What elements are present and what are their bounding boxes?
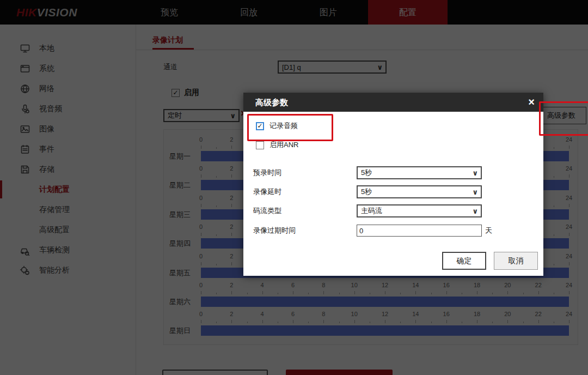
enable-anr-row: 启用ANR bbox=[256, 140, 298, 150]
close-icon[interactable]: × bbox=[528, 93, 535, 112]
screen: HIKVISION 预览回放图片配置 本地系统网络视音频图像事件存储计划配置存储… bbox=[0, 0, 588, 375]
record-audio-checkbox[interactable]: ✓ bbox=[256, 122, 264, 130]
post-record-select[interactable]: 5秒 ∨ bbox=[357, 185, 482, 198]
cancel-button[interactable]: 取消 bbox=[494, 252, 538, 270]
dialog-title: 高级参数 bbox=[255, 93, 288, 112]
pre-record-select[interactable]: 5秒 ∨ bbox=[357, 166, 482, 179]
expire-time-input[interactable] bbox=[357, 225, 482, 237]
chevron-down-icon: ∨ bbox=[472, 188, 478, 196]
pre-record-label: 预录时间 bbox=[253, 166, 281, 179]
record-audio-row: ✓ 记录音频 bbox=[256, 121, 298, 131]
pre-record-value: 5秒 bbox=[361, 168, 372, 178]
enable-anr-checkbox[interactable] bbox=[256, 141, 264, 149]
enable-anr-label: 启用ANR bbox=[270, 140, 298, 150]
stream-type-value: 主码流 bbox=[361, 206, 382, 216]
dialog-header: 高级参数 × bbox=[243, 93, 543, 112]
post-record-value: 5秒 bbox=[361, 187, 372, 197]
expire-time-suffix: 天 bbox=[485, 224, 492, 237]
check-icon: ✓ bbox=[257, 123, 262, 129]
stream-type-label: 码流类型 bbox=[253, 204, 281, 217]
chevron-down-icon: ∨ bbox=[472, 207, 478, 215]
record-audio-label: 记录音频 bbox=[270, 121, 298, 131]
stream-type-select[interactable]: 主码流 ∨ bbox=[357, 204, 482, 217]
post-record-label: 录像延时 bbox=[253, 185, 281, 198]
ok-button[interactable]: 确定 bbox=[442, 252, 486, 270]
chevron-down-icon: ∨ bbox=[472, 169, 478, 177]
advanced-params-dialog: 高级参数 × ✓ 记录音频 启用ANR 预录时间 5秒 ∨ 录像延时 5秒 ∨ bbox=[243, 93, 543, 276]
expire-time-label: 录像过期时间 bbox=[253, 224, 296, 237]
